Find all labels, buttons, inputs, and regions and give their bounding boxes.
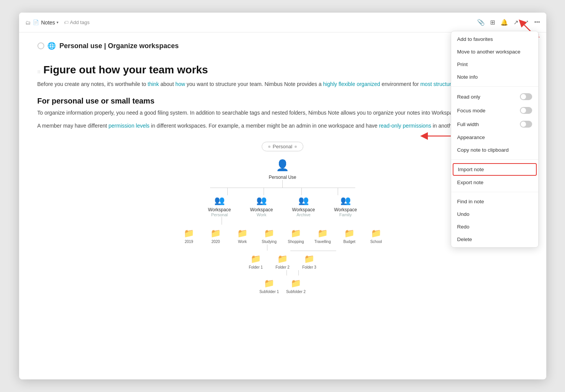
export-note-label: Export note (457, 180, 484, 185)
heading-1: Figure out how your team works (44, 64, 208, 76)
folder-budget: 📁 Budget (337, 228, 362, 244)
share-icon[interactable]: ↗ (513, 19, 518, 26)
folder-work: 📁 Work (230, 228, 255, 244)
workspace-icon-work: 👥 (256, 196, 267, 206)
folder-studying: 📁 Studying (257, 228, 282, 244)
subfolder-label-1: Subfolder 1 (259, 290, 279, 294)
workspace-label-2: Workspace (292, 207, 315, 212)
workspace-icon: 👥 (214, 196, 225, 206)
add-tags-button[interactable]: 🏷 Add tags (64, 19, 89, 25)
workspace-sublabel-0: Personal (211, 212, 228, 217)
folder-label-studying: Studying (262, 240, 277, 244)
focus-mode-label: Focus mode (457, 108, 486, 113)
menu-copy-note[interactable]: Copy note to clipboard (451, 144, 538, 156)
folder-row: 📁 2019 📁 2020 📁 Work 📁 Studying (177, 228, 389, 244)
folder-label-3: Folder 3 (302, 265, 316, 269)
folder-label-travelling: Travelling (314, 240, 331, 244)
folder-icon-3: 📁 (304, 254, 314, 264)
menu-appearance[interactable]: Appearance (451, 131, 538, 144)
redo-label: Redo (457, 224, 469, 230)
folder-icon-2: 📁 (277, 254, 288, 264)
add-tags-label: Add tags (70, 19, 89, 25)
subfolder-row-2: 📁 Subfolder 1 📁 Subfolder 2 (257, 279, 308, 294)
full-width-toggle[interactable] (520, 121, 532, 128)
folder-icon-2020: 📁 (210, 228, 221, 238)
subfolder-1: 📁 Subfolder 1 (257, 279, 282, 294)
notes-label[interactable]: Notes ▾ (41, 19, 59, 26)
menu-note-info[interactable]: Note info (451, 71, 538, 83)
grid-icon[interactable]: ⊞ (490, 19, 495, 26)
attachment-icon[interactable]: 📎 (477, 19, 485, 26)
top-bar: 🗂 📄 Notes ▾ 🏷 Add tags 📎 ⊞ 🔔 ↗ ⤢ ··· (19, 13, 546, 32)
menu-focus-mode[interactable]: Focus mode (451, 104, 538, 117)
folder-2019: 📁 2019 (177, 228, 201, 244)
menu-undo[interactable]: Undo (451, 208, 538, 220)
bell-icon[interactable]: 🔔 (500, 19, 508, 26)
folder-icon-budget: 📁 (344, 228, 355, 238)
folder-icon-1: 📁 (251, 254, 261, 264)
folder-2020: 📁 2020 (204, 228, 228, 244)
menu-move-workspace[interactable]: Move to another workspace (451, 45, 538, 58)
menu-full-width[interactable]: Full width (451, 117, 538, 131)
menu-find-note[interactable]: Find in note (451, 195, 538, 208)
workspace-label-1: Workspace (250, 207, 273, 212)
folder-shopping: 📁 Shopping (284, 228, 308, 244)
add-favorites-label: Add to favorites (457, 36, 493, 42)
workspace-sublabel-1: Work (257, 212, 266, 217)
check-circle[interactable] (37, 42, 44, 49)
notes-text: Notes (41, 19, 55, 26)
personal-use-icon: 👤 (276, 159, 289, 172)
workspace-sublabel-3: Family (339, 212, 351, 217)
menu-section-1: Add to favorites Move to another workspa… (451, 32, 538, 85)
import-note-label: Import note (458, 167, 484, 172)
divider-3 (451, 192, 538, 192)
move-workspace-label: Move to another workspace (457, 49, 521, 55)
folder-label-2020: 2020 (211, 240, 220, 244)
more-options-button[interactable]: ··· (534, 18, 540, 26)
folder-label-work: Work (238, 240, 247, 244)
menu-section-3: Import note Export note (451, 161, 538, 190)
drag-handle: ⁞⁞ (37, 69, 40, 75)
find-note-label: Find in note (457, 199, 484, 204)
folder-icon-2019: 📁 (184, 228, 194, 238)
note-emoji[interactable]: 🌐 (47, 42, 56, 50)
workspace-label-3: Workspace (334, 207, 357, 212)
top-bar-right: 📎 ⊞ 🔔 ↗ ⤢ ··· (477, 18, 540, 26)
folder-1: 📁 Folder 1 (244, 254, 268, 269)
folder-label-2: Folder 2 (275, 265, 290, 269)
subfolder-icon-1: 📁 (264, 279, 274, 288)
menu-read-only[interactable]: Read only (451, 90, 538, 104)
folder-label-2019: 2019 (185, 240, 193, 244)
folder-label-shopping: Shopping (288, 240, 304, 244)
folder-icon-studying: 📁 (264, 228, 274, 238)
subfolder-2: 📁 Subfolder 2 (284, 279, 308, 294)
workspace-personal: 👥 Workspace Personal (202, 196, 237, 217)
workspace-family: 👥 Workspace Family (329, 196, 363, 217)
tag-icon: 🏷 (64, 20, 68, 25)
context-menu: Add to favorites Move to another workspa… (451, 32, 539, 248)
divider-1 (451, 86, 538, 87)
main-content: 🌐 Personal use | Organize workspaces ☰ ⁞… (19, 32, 546, 379)
focus-mode-toggle[interactable] (520, 107, 532, 114)
menu-redo[interactable]: Redo (451, 220, 538, 233)
menu-add-favorites[interactable]: Add to favorites (451, 33, 538, 45)
menu-delete[interactable]: Delete (451, 233, 538, 246)
read-only-toggle[interactable] (520, 93, 532, 100)
expand-icon[interactable]: ⤢ (524, 19, 529, 26)
menu-export-note[interactable]: Export note (451, 176, 538, 189)
note-info-label: Note info (457, 74, 478, 80)
app-window: 🗂 📄 Notes ▾ 🏷 Add tags 📎 ⊞ 🔔 ↗ ⤢ ··· (19, 13, 546, 379)
folder-travelling: 📁 Travelling (311, 228, 335, 244)
menu-print[interactable]: Print (451, 58, 538, 71)
personal-tag: Personal (262, 142, 303, 151)
note-header-left: 🌐 (37, 42, 56, 50)
folder-icon-travelling: 📁 (317, 228, 328, 238)
delete-label: Delete (457, 236, 472, 242)
folder-icon: 🗂 (25, 19, 31, 26)
folder-icon-school: 📁 (371, 228, 381, 238)
note-title: Personal use | Organize workspaces (60, 42, 519, 50)
personal-tag-label: Personal (273, 144, 292, 149)
menu-import-note[interactable]: Import note (453, 163, 537, 176)
workspace-work: 👥 Workspace Work (244, 196, 279, 217)
folder-label-budget: Budget (343, 240, 356, 244)
